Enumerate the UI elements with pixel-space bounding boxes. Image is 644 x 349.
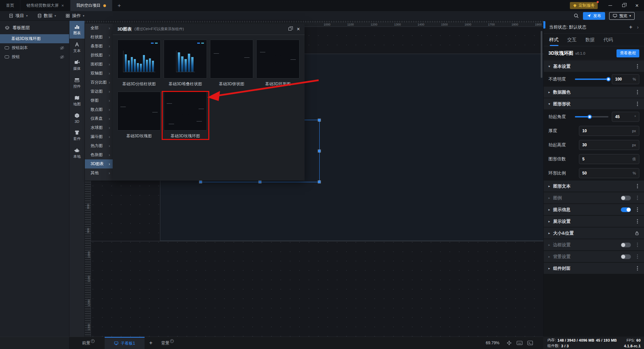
- state-value[interactable]: 默认状态: [569, 24, 586, 30]
- category-block[interactable]: 色块图›: [85, 150, 113, 159]
- section-basic-settings[interactable]: ▾ 基本设置: [544, 60, 644, 72]
- tool-3d[interactable]: 3D: [69, 110, 85, 127]
- chart-card-rose3d[interactable]: 基础3D玫瑰图: [117, 92, 161, 139]
- kebab-menu-icon[interactable]: [637, 197, 638, 198]
- section-size-position[interactable]: ▸ 大小&位置: [544, 227, 644, 239]
- section-graphic-shape[interactable]: ▾ 图形形状: [544, 98, 644, 110]
- lift-angle-input[interactable]: [615, 114, 635, 119]
- category-heatmap[interactable]: 热力图›: [85, 141, 113, 150]
- section-background-settings[interactable]: ▸ 背景设置: [544, 251, 644, 262]
- tab-interaction[interactable]: 交互: [567, 34, 577, 46]
- tool-text[interactable]: 文本: [69, 39, 85, 56]
- layer-item-rose-ring[interactable]: 基础3D玫瑰环图: [0, 34, 69, 43]
- tool-widgets[interactable]: 控件: [69, 74, 85, 92]
- tab-home[interactable]: 首页: [0, 0, 20, 11]
- category-hbar[interactable]: 条形图›: [85, 42, 113, 51]
- category-liquid[interactable]: 水球图›: [85, 123, 113, 132]
- layer-item-button-copy[interactable]: 按钮副本: [0, 43, 69, 52]
- category-radar[interactable]: 雷达图›: [85, 87, 113, 96]
- kebab-menu-icon[interactable]: [637, 103, 638, 104]
- category-funnel[interactable]: 漏斗图›: [85, 132, 113, 141]
- tool-map[interactable]: 地图: [69, 92, 85, 110]
- custom-service-badge[interactable]: 定制服务: [570, 2, 598, 9]
- kebab-menu-icon[interactable]: [637, 66, 638, 67]
- tab-sales-screen[interactable]: 销售经营数据大屏 ×: [20, 0, 70, 11]
- preview-button[interactable]: 预览 ▾: [609, 12, 635, 20]
- category-line[interactable]: 折线图›: [85, 51, 113, 60]
- kebab-menu-icon[interactable]: [637, 209, 638, 210]
- console-button[interactable]: [527, 341, 533, 345]
- section-border-settings[interactable]: ▸ 边框设置: [544, 239, 644, 251]
- resize-handle-s[interactable]: [259, 181, 261, 183]
- close-button[interactable]: ×: [631, 0, 643, 11]
- menu-data[interactable]: 数据 ▾: [33, 11, 61, 20]
- tool-media[interactable]: 媒体: [69, 56, 85, 74]
- resize-handle-ne[interactable]: [318, 119, 321, 121]
- chart-card-ring3d[interactable]: 基础3D环形图: [256, 40, 300, 87]
- canvas-scrollbar[interactable]: [541, 31, 542, 78]
- category-3d-charts[interactable]: 3D图表›: [85, 159, 113, 168]
- lift-height-input[interactable]: [582, 143, 632, 147]
- add-circle-icon[interactable]: +: [91, 339, 95, 343]
- section-tooltip[interactable]: ▸ 提示信息: [544, 204, 644, 215]
- lock-icon[interactable]: [635, 231, 639, 236]
- shortcut-keys-button[interactable]: [517, 341, 523, 345]
- restore-button[interactable]: [618, 0, 629, 11]
- legend-toggle-off[interactable]: [621, 196, 631, 200]
- resize-handle-e[interactable]: [318, 150, 321, 152]
- category-bar[interactable]: 柱状图›: [85, 33, 113, 42]
- modal-restore-icon[interactable]: [288, 28, 291, 31]
- category-percent[interactable]: 百分比图›: [85, 78, 113, 87]
- resize-handle-sw[interactable]: [200, 181, 202, 183]
- kebab-menu-icon[interactable]: [637, 221, 638, 222]
- opacity-input[interactable]: [615, 77, 633, 82]
- publish-button[interactable]: 发布: [583, 12, 605, 20]
- kebab-menu-icon[interactable]: [637, 268, 638, 269]
- category-other[interactable]: 其他›: [85, 168, 113, 178]
- tab-my-blank-project[interactable]: 我的空白项目: [70, 0, 112, 11]
- section-display-settings[interactable]: ▸ 展示设置: [544, 215, 644, 227]
- category-all[interactable]: 全部›: [85, 23, 113, 33]
- board-tab-active[interactable]: 子看板1: [105, 337, 145, 349]
- menu-project[interactable]: 项目 ▾: [4, 11, 33, 20]
- tooltip-toggle-on[interactable]: [621, 207, 631, 212]
- chart-card-grouped-bar3d[interactable]: 基础3D分组柱状图: [117, 40, 161, 87]
- category-area[interactable]: 面积图›: [85, 60, 113, 69]
- tab-style[interactable]: 样式: [549, 34, 558, 46]
- chevron-right-icon[interactable]: ›: [637, 24, 639, 30]
- background-toggle-off[interactable]: [621, 254, 631, 259]
- search-icon[interactable]: [574, 13, 579, 18]
- section-data-colors[interactable]: ▸ 数据颜色: [544, 86, 644, 98]
- chart-card-stacked-bar3d[interactable]: 基础3D堆叠柱状图: [164, 40, 207, 87]
- tool-local[interactable]: 本地: [69, 144, 85, 162]
- add-board-button[interactable]: +: [145, 340, 157, 346]
- tool-suite[interactable]: 套件: [69, 127, 85, 144]
- kebab-menu-icon[interactable]: [637, 244, 638, 245]
- tool-charts[interactable]: 图表: [69, 21, 85, 39]
- eye-off-icon[interactable]: [60, 46, 64, 50]
- eye-off-icon[interactable]: [60, 55, 64, 59]
- tab-code[interactable]: 代码: [603, 34, 613, 46]
- category-scatter[interactable]: 散点图›: [85, 105, 113, 114]
- opacity-slider[interactable]: [575, 79, 608, 80]
- minimize-button[interactable]: [604, 0, 616, 11]
- category-gauge[interactable]: 仪表盘›: [85, 114, 113, 123]
- modal-close-icon[interactable]: ×: [297, 27, 300, 32]
- kebab-menu-icon[interactable]: [637, 256, 638, 257]
- zoom-percentage[interactable]: 69.79%: [486, 341, 499, 345]
- panel-collapse-handle[interactable]: [543, 21, 545, 29]
- tab-close-icon[interactable]: ×: [61, 3, 64, 8]
- category-pie[interactable]: 饼图›: [85, 96, 113, 105]
- foreground-button[interactable]: 前景 +: [78, 340, 99, 346]
- layer-item-button[interactable]: 按钮: [0, 52, 69, 61]
- thickness-input[interactable]: [582, 129, 632, 133]
- section-legend[interactable]: ▸ 图例: [544, 192, 644, 204]
- chart-card-pie3d[interactable]: 基础3D饼状图: [210, 40, 253, 87]
- fit-screen-button[interactable]: [506, 340, 512, 346]
- background-button[interactable]: 背景 +: [157, 340, 178, 346]
- view-tutorial-button[interactable]: 查看教程: [616, 49, 639, 57]
- kebab-menu-icon[interactable]: [637, 92, 638, 93]
- category-dual-axis[interactable]: 双轴图›: [85, 69, 113, 78]
- add-circle-icon[interactable]: +: [170, 339, 174, 343]
- add-state-button[interactable]: +: [629, 24, 632, 31]
